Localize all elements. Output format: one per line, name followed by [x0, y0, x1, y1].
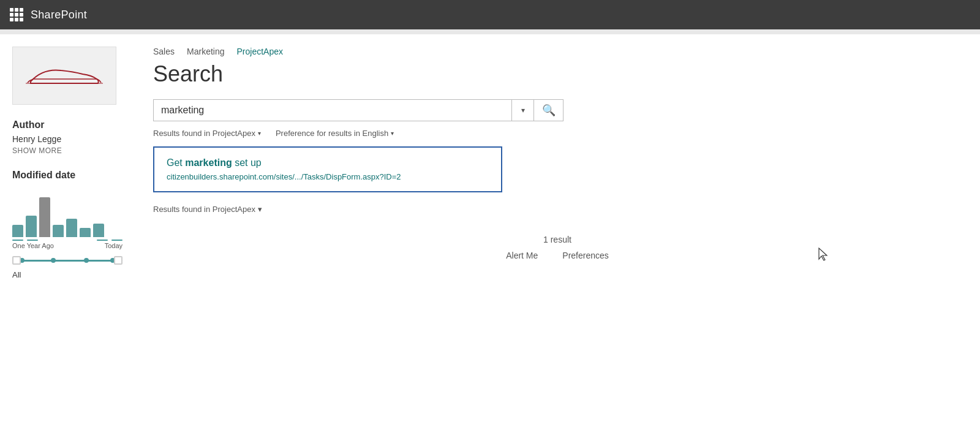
breadcrumb-marketing[interactable]: Marketing — [187, 47, 224, 56]
scope-label: Results found in ProjectApex — [153, 129, 255, 138]
slider-track — [12, 260, 123, 262]
show-more-link[interactable]: SHOW MORE — [12, 146, 123, 155]
result-url[interactable]: citizenbuilders.sharepoint.com/sites/...… — [167, 172, 489, 181]
top-navbar: SharePoint — [0, 0, 980, 29]
site-logo — [12, 47, 116, 105]
chart-bar-5 — [66, 219, 77, 237]
result-count: 1 result — [153, 235, 962, 244]
author-name: Henry Legge — [12, 134, 123, 144]
second-results-header: Results found in ProjectApex ▾ — [153, 205, 962, 214]
date-slider[interactable] — [12, 254, 123, 266]
scope-arrow-icon: ▾ — [258, 130, 261, 137]
breadcrumb-projectapex[interactable]: ProjectApex — [237, 47, 283, 56]
slider-dot-2 — [51, 258, 56, 263]
sidebar-all-label: All — [12, 270, 123, 279]
chart-bar-6 — [80, 228, 91, 237]
content-area: Sales Marketing ProjectApex Search ▾ 🔍 R… — [135, 34, 980, 446]
date-chart — [12, 188, 123, 237]
chevron-down-icon: ▾ — [521, 106, 525, 115]
result-card[interactable]: Get marketing set up citizenbuilders.sha… — [153, 146, 502, 192]
language-arrow-icon: ▾ — [391, 130, 394, 137]
bottom-links: Alert Me Preferences — [153, 251, 962, 260]
alert-me-link[interactable]: Alert Me — [506, 251, 538, 260]
result-title-suffix: set up — [232, 157, 262, 168]
author-title: Author — [12, 119, 123, 130]
second-results-label: Results found in ProjectApex — [153, 205, 255, 214]
app-title: SharePoint — [31, 9, 87, 21]
preferences-link[interactable]: Preferences — [562, 251, 608, 260]
second-results-arrow-icon: ▾ — [258, 205, 262, 214]
slider-thumb-right[interactable] — [114, 256, 123, 265]
breadcrumb: Sales Marketing ProjectApex — [153, 47, 962, 56]
modified-date-title: Modified date — [12, 170, 123, 181]
search-box: ▾ 🔍 — [153, 99, 564, 121]
breadcrumb-sales[interactable]: Sales — [153, 47, 175, 56]
bottom-section: 1 result Alert Me Preferences — [153, 229, 962, 260]
chart-bar-3 — [39, 197, 50, 237]
chart-bar-7 — [93, 224, 104, 237]
sub-header-bar — [0, 29, 980, 34]
page-title: Search — [153, 61, 962, 87]
filter-row: Results found in ProjectApex ▾ Preferenc… — [153, 129, 962, 138]
search-input[interactable] — [154, 100, 511, 121]
search-icon: 🔍 — [542, 104, 556, 117]
chart-label-left: One Year Ago — [12, 242, 54, 249]
waffle-menu-icon[interactable] — [10, 8, 23, 21]
chart-label-right: Today — [105, 242, 123, 249]
search-button[interactable]: 🔍 — [533, 100, 563, 121]
sidebar: Author Henry Legge SHOW MORE Modified da… — [0, 34, 135, 446]
result-title: Get marketing set up — [167, 157, 489, 168]
main-content: Author Henry Legge SHOW MORE Modified da… — [0, 34, 980, 446]
result-title-bold: marketing — [185, 157, 232, 168]
chart-bar-2 — [26, 216, 37, 237]
chart-labels: One Year Ago Today — [12, 242, 123, 249]
result-title-prefix: Get — [167, 157, 185, 168]
slider-thumb-left[interactable] — [12, 256, 21, 265]
slider-dot-3 — [84, 258, 89, 263]
chart-bar-4 — [53, 225, 64, 237]
language-filter[interactable]: Preference for results in English ▾ — [276, 129, 394, 138]
scope-filter[interactable]: Results found in ProjectApex ▾ — [153, 129, 261, 138]
search-dropdown-button[interactable]: ▾ — [511, 100, 533, 121]
language-label: Preference for results in English — [276, 129, 388, 138]
chart-bar-1 — [12, 225, 23, 237]
